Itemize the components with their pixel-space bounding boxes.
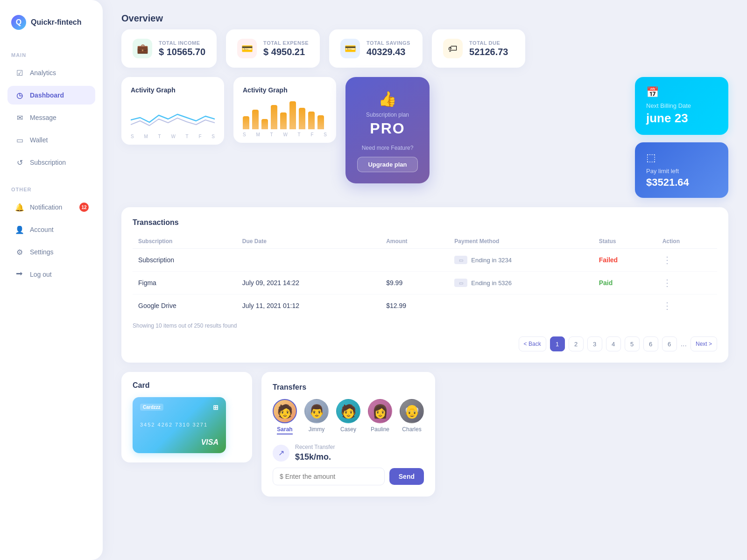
wallet-label: Wallet — [30, 136, 48, 144]
wave-labels: SMTWTFS — [131, 134, 215, 139]
dashboard-label: Dashboard — [30, 91, 64, 99]
total-savings-card: 💳 TOTAL SAVINGS 40329.43 — [329, 29, 423, 68]
pro-feature-text: Need more Feature? — [362, 145, 414, 151]
page-6[interactable]: 6 — [643, 336, 658, 351]
table-row: Google Drive July 11, 2021 01:12 $12.99 … — [133, 294, 717, 317]
sidebar-item-message[interactable]: ✉ Message — [7, 108, 95, 127]
transactions-footer: Showing 10 items out of 250 results foun… — [133, 322, 717, 329]
total-income-label: TOTAL INCOME — [159, 40, 205, 46]
transfer-person-jimmy[interactable]: 👨 Jimmy — [304, 399, 329, 434]
sidebar-item-settings[interactable]: ⚙ Settings — [7, 243, 95, 261]
bar-8 — [308, 112, 315, 129]
sidebar-item-notification[interactable]: 🔔 Notification 12 — [7, 198, 95, 217]
name-casey: Casey — [340, 426, 356, 433]
billing-column: 📅 Next Billing Date june 23 ⬚ Pay limit … — [635, 77, 728, 198]
sidebar-item-dashboard[interactable]: ◷ Dashboard — [7, 86, 95, 105]
sidebar-item-logout[interactable]: ⮕ Log out — [7, 265, 95, 284]
pay-limit-amount: $3521.64 — [646, 176, 717, 189]
page-1[interactable]: 1 — [550, 336, 565, 351]
card-top: Cardzzz ⊞ — [140, 404, 218, 411]
row3-status — [593, 294, 657, 317]
pagination-back[interactable]: < Back — [519, 336, 546, 351]
recent-transfer-label: Recent Transfer — [295, 444, 335, 450]
row2-due: July 09, 2021 14:22 — [237, 272, 381, 294]
row3-amount: $12.99 — [381, 294, 449, 317]
transfer-person-sarah[interactable]: 🧑 Sarah — [273, 399, 297, 434]
total-due-icon: 🏷 — [443, 39, 463, 58]
total-due-value: 52126.73 — [469, 47, 508, 57]
bar-7 — [299, 108, 305, 129]
table-row: Subscription ▭ Ending in 3234 Failed ⋮ — [133, 249, 717, 272]
pro-sub-label: Subscription plan — [366, 112, 409, 118]
subscription-icon: ↺ — [15, 158, 24, 167]
transfer-input-row: Send — [273, 468, 424, 485]
sidebar-item-account[interactable]: 👤 Account — [7, 220, 95, 239]
transfer-amount-input[interactable] — [273, 468, 385, 485]
bottom-row: Card Cardzzz ⊞ 3452 4262 7310 3271 VISA … — [103, 363, 747, 506]
row1-amount — [381, 249, 449, 272]
page-ellipsis: ... — [681, 340, 687, 348]
activity-graph-1-card: Activity Graph SMTWTFS — [121, 77, 224, 145]
sidebar-item-wallet[interactable]: ▭ Wallet — [7, 131, 95, 149]
transfer-person-charles[interactable]: 👴 Charles — [400, 399, 424, 434]
sidebar-item-analytics[interactable]: ☑ Analytics — [7, 63, 95, 82]
bar-3 — [261, 119, 268, 129]
transfers-title: Transfers — [273, 383, 424, 392]
message-icon: ✉ — [15, 113, 24, 122]
wallet-icon: ▭ — [15, 135, 24, 145]
pro-subscription-card: 👍 Subscription plan PRO Need more Featur… — [345, 77, 430, 183]
row2-name: Figma — [133, 272, 237, 294]
total-due-label: TOTAL DUE — [469, 40, 508, 46]
pro-thumb-icon: 👍 — [378, 90, 397, 108]
pay-limit-card: ⬚ Pay limit left $3521.64 — [635, 142, 728, 198]
total-expense-card: 💳 TOTAL EXPENSE $ 4950.21 — [226, 29, 320, 68]
sidebar-item-subscription[interactable]: ↺ Subscription — [7, 153, 95, 172]
row3-due: July 11, 2021 01:12 — [237, 294, 381, 317]
row1-due — [237, 249, 381, 272]
page-2[interactable]: 2 — [569, 336, 584, 351]
page-6b[interactable]: 6 — [662, 336, 677, 351]
bar-chart — [243, 101, 327, 129]
name-jimmy: Jimmy — [309, 426, 325, 433]
row3-action[interactable]: ⋮ — [657, 294, 717, 317]
page-3[interactable]: 3 — [587, 336, 602, 351]
row1-payment: ▭ Ending in 3234 — [449, 249, 593, 272]
name-charles: Charles — [402, 426, 421, 433]
col-payment-method: Payment Method — [449, 234, 593, 249]
section-other-label: OTHER — [7, 183, 95, 194]
transactions-section: Transactions Subscription Due Date Amoun… — [121, 207, 728, 363]
billing-calendar-icon: 📅 — [646, 86, 717, 98]
upgrade-plan-button[interactable]: Upgrade plan — [357, 157, 417, 172]
total-due-info: TOTAL DUE 52126.73 — [469, 40, 508, 57]
top-cards-row: 💼 TOTAL INCOME $ 10565.70 💳 TOTAL EXPENS… — [103, 29, 747, 68]
analytics-icon: ☑ — [15, 68, 24, 77]
bar-9 — [317, 115, 324, 129]
card-icon: ▭ — [454, 256, 467, 264]
transfer-person-pauline[interactable]: 👩 Pauline — [368, 399, 392, 434]
recent-transfer-amount: $15k/mo. — [295, 452, 335, 462]
send-button[interactable]: Send — [389, 468, 424, 485]
next-billing-date: june 23 — [646, 111, 717, 126]
bar-1 — [243, 116, 249, 129]
notification-icon: 🔔 — [15, 203, 24, 212]
transfer-person-casey[interactable]: 🧑 Casey — [336, 399, 360, 434]
row1-action[interactable]: ⋮ — [657, 249, 717, 272]
avatar-charles: 👴 — [400, 399, 424, 423]
card-icon: ▭ — [454, 279, 467, 287]
col-subscription: Subscription — [133, 234, 237, 249]
page-4[interactable]: 4 — [606, 336, 621, 351]
next-billing-label: Next Billing Date — [646, 102, 717, 109]
page-5[interactable]: 5 — [625, 336, 640, 351]
message-label: Message — [30, 114, 56, 121]
col-due-date: Due Date — [237, 234, 381, 249]
total-income-value: $ 10565.70 — [159, 47, 205, 57]
col-amount: Amount — [381, 234, 449, 249]
pagination-next[interactable]: Next > — [691, 336, 717, 351]
app-name: Quickr-fintech — [31, 18, 81, 27]
avatar-sarah: 🧑 — [273, 399, 297, 423]
total-income-icon: 💼 — [133, 39, 152, 58]
bar-2 — [252, 110, 259, 129]
row2-action[interactable]: ⋮ — [657, 272, 717, 294]
row2-amount: $9.99 — [381, 272, 449, 294]
total-expense-icon: 💳 — [237, 39, 257, 58]
